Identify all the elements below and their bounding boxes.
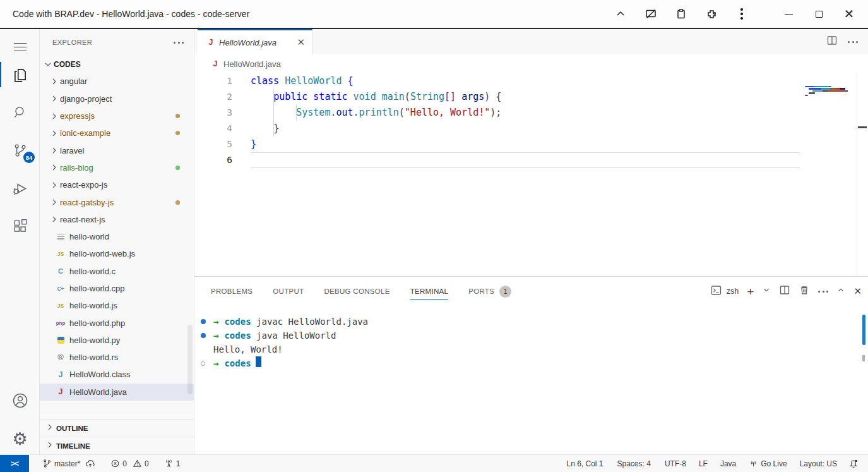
line-number: 4 [194,121,251,136]
prompt-cwd: codes [224,329,251,342]
minimap[interactable] [805,86,855,97]
editor-more-actions-icon[interactable] [848,41,858,43]
file-item-hello-world.js[interactable]: JShello-world.js [40,297,194,314]
js-file-icon: JS [55,249,66,259]
terminal-cursor [256,356,261,367]
file-item-hello-world.c[interactable]: Chello-world.c [40,263,194,280]
file-item-hello-world.php[interactable]: phphello-world.php [40,314,194,331]
sidebar-item-extensions[interactable] [0,212,40,240]
sidebar-item-explorer[interactable] [0,61,40,88]
menu-hamburger-icon[interactable] [0,33,40,61]
prompt-cwd: codes [224,356,251,370]
notifications-bell-icon[interactable] [844,455,863,472]
code-line-6[interactable]: 6 [194,152,868,168]
chevron-right-icon [49,128,60,138]
file-item-hello-world.rs[interactable]: ®hello-world.rs [40,349,194,366]
code-line-5[interactable]: 5} [194,136,868,152]
folder-item-django-project[interactable]: django-project [40,90,194,107]
problems-item[interactable]: 0 0 [106,455,153,472]
folder-item-react-gatsby-js[interactable]: react-gatsby-js [40,193,194,210]
keyboard-layout-item[interactable]: Layout: US [795,455,841,472]
folder-item-rails-blog[interactable]: rails-blog [40,159,194,176]
code-line-2[interactable]: 2 public static void main(String[] args)… [194,89,868,105]
screencast-off-icon[interactable] [638,3,663,25]
panel-tab-terminal[interactable]: TERMINAL [410,277,449,306]
encoding-item[interactable]: UTF-8 [660,455,691,472]
sidebar-scrollbar[interactable] [187,325,193,394]
panel-more-actions-icon[interactable] [818,291,828,293]
new-terminal-icon[interactable]: + [747,286,754,298]
remote-indicator[interactable]: >< [0,455,29,472]
rs-file-icon: ® [55,353,66,363]
folder-item-expressjs[interactable]: expressjs [40,107,194,124]
explorer-more-actions-icon[interactable] [174,42,184,44]
tree-section-outline[interactable]: OUTLINE [40,419,194,437]
file-item-hello-world.cpp[interactable]: C+hello-world.cpp [40,280,194,297]
code-editor[interactable]: 1class HelloWorld {2 public static void … [194,73,868,276]
settings-gear-icon[interactable]: ⚙ [0,425,40,452]
file-item-HelloWorld.java[interactable]: JHelloWorld.java [40,384,194,401]
terminal-dropdown-chevron-icon[interactable] [762,286,771,297]
minimize-button[interactable] [776,3,801,25]
close-panel-icon[interactable]: ✕ [853,286,862,297]
file-tree: CODES angulardjango-projectexpressjsioni… [40,56,194,401]
extensions-puzzle-icon[interactable] [699,3,724,25]
language-mode-item[interactable]: Java [716,455,740,472]
panel-tab-debug-console[interactable]: DEBUG CONSOLE [324,277,389,306]
split-terminal-icon[interactable] [779,284,790,298]
breadcrumb[interactable]: J HelloWorld.java [194,54,868,73]
file-item-HelloWorld.class[interactable]: JHelloWorld.class [40,366,194,383]
panel-tab-ports[interactable]: PORTS1 [468,277,511,306]
indentation-item[interactable]: Spaces: 4 [613,455,655,472]
explorer-sidebar: EXPLORER CODES angulardjango-projectexpr… [40,29,194,454]
tab-close-icon[interactable]: ✕ [295,37,307,48]
collapse-toolbar-icon[interactable] [608,3,633,25]
javaclass-file-icon: J [55,370,66,380]
indent-guide [296,105,297,121]
account-icon[interactable] [0,387,40,415]
close-button[interactable]: ✕ [836,3,862,25]
more-actions-kebab-icon[interactable] [729,3,754,25]
line-number: 3 [194,105,251,121]
tree-section-timeline[interactable]: TIMELINE [40,437,194,454]
tree-section-codes[interactable]: CODES [40,56,194,73]
editor-scrollbar[interactable] [857,73,868,276]
terminal-scrollbar[interactable] [862,315,865,345]
git-branch-item[interactable]: master* [38,455,100,472]
line-number: 5 [194,136,251,152]
cursor-position-item[interactable]: Ln 6, Col 1 [562,455,607,472]
terminal-shell-name[interactable]: zsh [727,287,739,296]
folder-item-angular[interactable]: angular [40,73,194,90]
code-line-1[interactable]: 1class HelloWorld { [194,73,868,89]
panel-tab-problems[interactable]: PROBLEMS [211,277,253,306]
kill-terminal-trash-icon[interactable] [799,284,810,298]
php-file-icon: php [55,318,66,328]
folder-item-laravel[interactable]: laravel [40,142,194,159]
sidebar-item-search[interactable] [0,99,40,126]
file-item-hello-world[interactable]: hello-world [40,228,194,245]
command-decoration-done [199,315,213,329]
clipboard-icon[interactable] [669,3,694,25]
folder-item-ionic-example[interactable]: ionic-example [40,124,194,142]
port-tower-item[interactable]: 1 [160,455,185,472]
sidebar-item-run-debug[interactable] [0,174,40,202]
file-item-hello-world-web.js[interactable]: JShello-world-web.js [40,245,194,262]
panel-tab-output[interactable]: OUTPUT [273,277,304,306]
line-text: System.out.println("Hello, World!"); [251,105,868,121]
maximize-panel-chevron-icon[interactable] [836,286,845,297]
js-file-icon: JS [55,301,66,311]
git-status-dot [175,166,180,170]
folder-item-react-next-js[interactable]: react-next-js [40,211,194,228]
file-label: hello-world.py [69,336,120,345]
folder-item-react-expo-js[interactable]: react-expo-js [40,176,194,193]
go-live-item[interactable]: Go Live [744,455,791,472]
split-editor-icon[interactable] [826,35,838,49]
file-item-hello-world.py[interactable]: hello-world.py [40,332,194,349]
eol-item[interactable]: LF [694,455,712,472]
tab-helloworld-java[interactable]: J HelloWorld.java ✕ [198,29,312,54]
code-line-4[interactable]: 4 } [194,121,868,136]
maximize-button[interactable] [806,3,831,25]
terminal-output[interactable]: →codes javac HelloWorld.java→codes java … [194,306,868,454]
sidebar-item-source-control[interactable]: 84 [0,136,40,164]
terminal-line-4: →codes [199,356,868,370]
